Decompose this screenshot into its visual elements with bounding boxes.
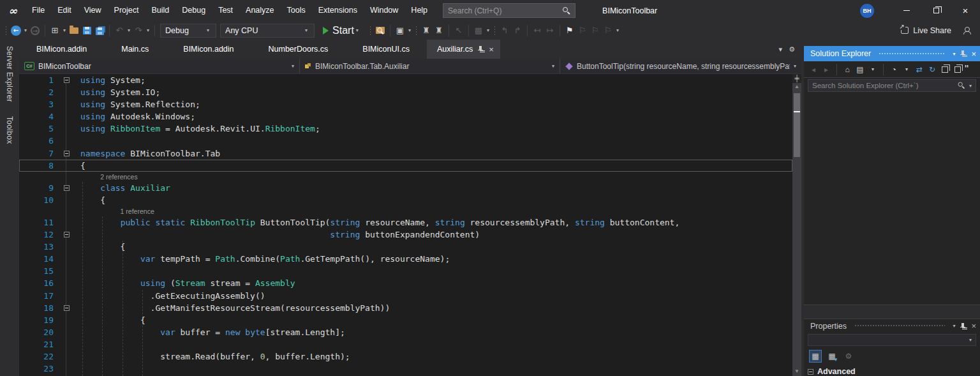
menu-debug[interactable]: Debug bbox=[175, 6, 212, 15]
alphabetical-sort-button[interactable]: ▦▼ bbox=[826, 350, 838, 363]
properties-header[interactable]: Properties ▾ × bbox=[804, 319, 980, 333]
menu-analyze[interactable]: Analyze bbox=[239, 6, 280, 15]
find-symbol-dropdown[interactable]: ▾ bbox=[485, 27, 491, 33]
window-position-dropdown-icon[interactable]: ▾ bbox=[953, 51, 955, 57]
line-number[interactable]: 5 bbox=[19, 123, 60, 135]
line-number[interactable]: 12 bbox=[19, 229, 60, 241]
tab-bimicon.addin[interactable]: BIMicon.addin bbox=[19, 40, 104, 59]
back-icon[interactable]: ◂ bbox=[808, 63, 819, 76]
line-number[interactable]: 6 bbox=[19, 135, 60, 147]
restore-button[interactable] bbox=[921, 0, 951, 21]
line-number[interactable]: 16 bbox=[19, 277, 60, 289]
open-file-icon[interactable] bbox=[68, 24, 80, 38]
menu-build[interactable]: Build bbox=[145, 6, 175, 15]
rail-tab-server-explorer[interactable]: Server Explorer bbox=[5, 46, 14, 102]
minimize-button[interactable] bbox=[892, 0, 921, 21]
line-number[interactable]: 17 bbox=[19, 290, 60, 302]
sync-with-active-document-icon[interactable]: ⇄ bbox=[914, 63, 925, 76]
tab-main.cs[interactable]: Main.cs bbox=[104, 40, 166, 59]
line-number[interactable]: 4 bbox=[19, 110, 60, 123]
close-icon[interactable]: × bbox=[971, 49, 976, 59]
collapse-icon[interactable] bbox=[808, 369, 813, 375]
bookmark-icon[interactable]: ⚑ bbox=[563, 24, 576, 38]
navigate-backward-icon[interactable]: ← bbox=[10, 24, 22, 38]
code-line[interactable]: 22 stream.Read(buffer, 0, buffer.Length)… bbox=[19, 350, 792, 363]
pin-icon[interactable] bbox=[960, 50, 966, 57]
decrease-indent-icon[interactable]: ↤ bbox=[531, 24, 544, 38]
fold-toggle-icon[interactable] bbox=[60, 229, 73, 241]
document-options-gear-icon[interactable]: ⚙ bbox=[789, 45, 795, 54]
overflow-icon[interactable]: '' bbox=[965, 64, 969, 75]
deploy-icon[interactable]: ♜ bbox=[433, 24, 445, 38]
line-number[interactable]: 15 bbox=[19, 265, 60, 277]
code-line[interactable]: 11 public static RibbonToolTip ButtonToo… bbox=[19, 216, 792, 229]
menu-help[interactable]: Help bbox=[405, 6, 434, 15]
menu-test[interactable]: Test bbox=[212, 6, 239, 15]
properties-object-combo[interactable]: ▾ bbox=[804, 333, 980, 348]
property-pages-button[interactable]: ⚙ bbox=[842, 350, 855, 363]
line-number[interactable]: 11 bbox=[19, 216, 60, 229]
save-icon[interactable] bbox=[80, 24, 93, 38]
scroll-up-icon[interactable]: ▲ bbox=[794, 83, 799, 91]
code-line[interactable]: 13 { bbox=[19, 241, 792, 253]
pending-changes-filter-icon[interactable]: ◔ bbox=[888, 63, 900, 76]
toolbar-grip[interactable] bbox=[415, 26, 418, 36]
editor-split-handle[interactable]: ╪ bbox=[792, 74, 801, 83]
line-number[interactable]: 19 bbox=[19, 314, 60, 326]
line-number[interactable]: 21 bbox=[19, 338, 60, 350]
type-dropdown[interactable]: BIMiconToolbar.Tab.Auxiliar ▾ bbox=[300, 59, 560, 73]
fold-toggle-icon[interactable] bbox=[60, 74, 73, 86]
close-button[interactable]: × bbox=[951, 0, 980, 21]
increase-indent-icon[interactable]: ↦ bbox=[544, 24, 556, 38]
line-number[interactable]: 8 bbox=[19, 160, 60, 172]
new-item-dropdown[interactable]: ▾ bbox=[61, 27, 68, 33]
close-icon[interactable]: × bbox=[489, 45, 494, 54]
undo-icon[interactable]: ↶ bbox=[113, 24, 126, 38]
navigate-backward-dropdown[interactable]: ▾ bbox=[22, 27, 29, 33]
advanced-section-header[interactable]: Advanced bbox=[804, 365, 980, 376]
navigate-forward-icon[interactable]: → bbox=[29, 24, 41, 38]
codelens-indicator[interactable]: 2 references bbox=[19, 172, 792, 182]
code-line[interactable]: 9 class Auxiliar bbox=[19, 182, 792, 194]
toolbar-grip[interactable] bbox=[493, 26, 496, 36]
rail-tab-toolbox[interactable]: Toolbox bbox=[5, 116, 14, 144]
code-line[interactable]: 14 var tempPath = Path.Combine(Path.GetT… bbox=[19, 253, 792, 265]
window-position-dropdown-icon[interactable]: ▾ bbox=[953, 323, 955, 329]
collapse-all-icon[interactable] bbox=[939, 63, 951, 76]
code-line[interactable]: 8{ bbox=[19, 160, 792, 172]
code-line[interactable]: 17 .GetExecutingAssembly() bbox=[19, 290, 792, 302]
navigate-back-file-icon[interactable]: ↰ bbox=[498, 24, 511, 38]
forward-icon[interactable]: ▸ bbox=[820, 63, 832, 76]
solution-platforms-combo[interactable]: Any CPU▾ bbox=[220, 24, 315, 38]
solution-configurations-combo[interactable]: Debug▾ bbox=[160, 24, 216, 38]
line-number[interactable]: 3 bbox=[19, 98, 60, 110]
fold-toggle-icon[interactable] bbox=[60, 147, 73, 160]
switch-views-dropdown[interactable]: ▾ bbox=[867, 63, 879, 76]
prev-bookmark-icon[interactable]: ⚐ bbox=[576, 24, 589, 38]
code-line[interactable]: 7namespace BIMiconToolbar.Tab bbox=[19, 147, 792, 160]
tab-auxiliar.cs[interactable]: Auxiliar.cs× bbox=[427, 40, 500, 59]
line-number[interactable]: 10 bbox=[19, 194, 60, 206]
tab-numberdoors.cs[interactable]: NumberDoors.cs bbox=[251, 40, 346, 59]
menu-file[interactable]: File bbox=[26, 6, 51, 15]
menu-view[interactable]: View bbox=[78, 6, 108, 15]
code-line[interactable]: 3using System.Reflection; bbox=[19, 98, 792, 110]
home-icon[interactable]: ⌂ bbox=[842, 63, 853, 76]
undo-dropdown[interactable]: ▾ bbox=[126, 27, 132, 33]
code-line[interactable]: 5using RibbonItem = Autodesk.Revit.UI.Ri… bbox=[19, 123, 792, 135]
start-debugging-button[interactable]: Start▾ bbox=[320, 25, 363, 36]
fold-toggle-icon[interactable] bbox=[60, 302, 73, 314]
code-line[interactable]: 2using System.IO; bbox=[19, 86, 792, 98]
menu-project[interactable]: Project bbox=[108, 6, 145, 15]
attach-icon[interactable]: ↖ bbox=[452, 24, 465, 38]
switch-views-icon[interactable]: ▤ bbox=[854, 63, 866, 76]
solution-explorer-header[interactable]: Solution Explorer ▾ × bbox=[804, 46, 980, 61]
search-options-dropdown-icon[interactable]: ▾ bbox=[969, 83, 972, 89]
filter-dropdown[interactable]: ▾ bbox=[901, 63, 912, 76]
line-number[interactable]: 9 bbox=[19, 182, 60, 194]
menu-tools[interactable]: Tools bbox=[281, 6, 312, 15]
tab-bimiconui.cs[interactable]: BIMiconUI.cs bbox=[345, 40, 427, 59]
line-number[interactable]: 14 bbox=[19, 253, 60, 265]
close-icon[interactable]: × bbox=[971, 321, 976, 331]
project-dropdown[interactable]: C# BIMiconToolbar ▾ bbox=[19, 59, 300, 73]
